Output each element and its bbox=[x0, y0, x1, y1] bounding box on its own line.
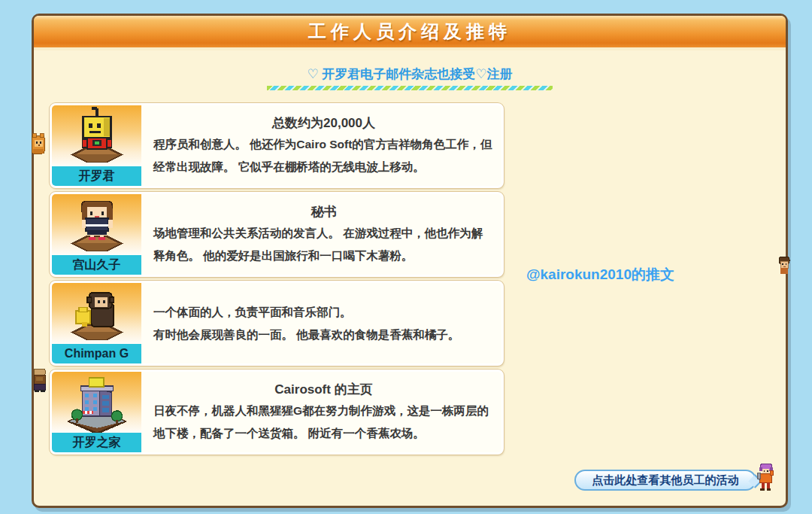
page-header: 工作人员介绍及推特 bbox=[34, 16, 786, 50]
chimpan-g-figurine-icon bbox=[62, 284, 132, 346]
staff-card-title: 总数约为20,000人 bbox=[153, 113, 494, 133]
striped-underline bbox=[267, 86, 553, 90]
staff-card-kairo-house: 开罗之家 Cairosoft 的主页 日夜不停，机器人和黑猩猩G都在努力制作游戏… bbox=[50, 370, 504, 455]
twitter-feed-heading[interactable]: @kairokun2010的推文 bbox=[526, 265, 674, 284]
reporter-character-icon bbox=[756, 463, 777, 493]
staff-card-description: 程序员和创意人。 他还作为Cairo Soft的官方吉祥物角色工作，但经常出现故… bbox=[153, 133, 494, 178]
page: 工作人员介绍及推特 ♡ 开罗君电子邮件杂志也接受♡注册 bbox=[0, 0, 812, 514]
monkey-face-peek-icon bbox=[777, 256, 791, 277]
staff-card-text: Cairosoft 的主页 日夜不停，机器人和黑猩猩G都在努力制作游戏，这是一栋… bbox=[141, 372, 501, 452]
staff-card-description: 一个体面的人，负责平面和音乐部门。 有时他会展现善良的一面。 他最喜欢的食物是香… bbox=[153, 301, 494, 346]
staff-portrait: Chimpan G bbox=[52, 283, 141, 363]
miyayama-hisako-figurine-icon bbox=[62, 196, 132, 257]
newsletter-signup-link[interactable]: ♡ 开罗君电子邮件杂志也接受♡注册 bbox=[307, 67, 512, 81]
brown-character-peek-icon bbox=[32, 367, 47, 394]
staff-card-text: 总数约为20,000人 程序员和创意人。 他还作为Cairo Soft的官方吉祥… bbox=[141, 105, 501, 186]
staff-name-tag: Chimpan G bbox=[52, 344, 141, 363]
staff-card-list: 开罗君 总数约为20,000人 程序员和创意人。 他还作为Cairo Soft的… bbox=[50, 103, 504, 455]
newsletter-row: ♡ 开罗君电子邮件杂志也接受♡注册 bbox=[34, 65, 786, 90]
kairo-house-building-icon bbox=[62, 373, 132, 435]
view-other-staff-button[interactable]: 点击此处查看其他员工的活动 bbox=[574, 470, 756, 491]
staff-name-tag: 开罗之家 bbox=[52, 433, 141, 452]
hamster-mascot-peek-icon bbox=[30, 132, 47, 160]
staff-card-text: 一个体面的人，负责平面和音乐部门。 有时他会展现善良的一面。 他最喜欢的食物是香… bbox=[141, 283, 501, 363]
staff-card-chimpan-g: Chimpan G 一个体面的人，负责平面和音乐部门。 有时他会展现善良的一面。… bbox=[50, 281, 504, 366]
staff-card-miyayama-hisako: 宫山久子 秘书 场地管理和公共关系活动的发言人。 在游戏过程中，他也作为解释角色… bbox=[50, 192, 504, 277]
page-title: 工作人员介绍及推特 bbox=[308, 20, 511, 44]
staff-card-title: Cairosoft 的主页 bbox=[153, 379, 494, 400]
main-panel: 工作人员介绍及推特 ♡ 开罗君电子邮件杂志也接受♡注册 bbox=[32, 14, 788, 508]
staff-name-tag: 宫山久子 bbox=[52, 255, 141, 275]
staff-portrait: 开罗君 bbox=[52, 105, 141, 186]
staff-card-description: 日夜不停，机器人和黑猩猩G都在努力制作游戏，这是一栋两层的地下楼，配备了一个送货… bbox=[153, 400, 494, 445]
staff-portrait: 宫山久子 bbox=[52, 194, 141, 275]
staff-portrait: 开罗之家 bbox=[52, 372, 141, 452]
kairo-kun-figurine-icon bbox=[62, 107, 132, 169]
staff-card-title: 秘书 bbox=[153, 202, 494, 222]
staff-name-tag: 开罗君 bbox=[52, 166, 141, 186]
staff-card-description: 场地管理和公共关系活动的发言人。 在游戏过程中，他也作为解释角色。 他的爱好是出… bbox=[153, 222, 494, 267]
staff-card-kairo-kun: 开罗君 总数约为20,000人 程序员和创意人。 他还作为Cairo Soft的… bbox=[50, 103, 504, 188]
staff-card-text: 秘书 场地管理和公共关系活动的发言人。 在游戏过程中，他也作为解释角色。 他的爱… bbox=[141, 194, 501, 275]
